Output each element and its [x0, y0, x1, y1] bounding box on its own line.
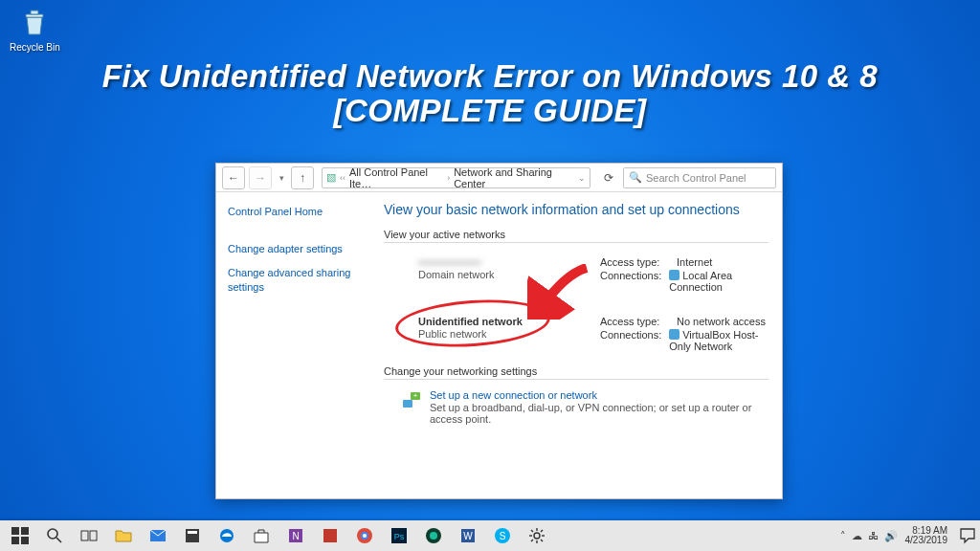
svg-text:N: N	[292, 531, 299, 541]
net2-conn-label: Connections:	[600, 329, 661, 352]
svg-point-30	[534, 533, 540, 539]
store-icon[interactable]	[245, 522, 278, 549]
app-icon-red[interactable]	[314, 522, 346, 549]
clock[interactable]: 8:19 AM 4/23/2019	[905, 526, 952, 546]
clock-date: 4/23/2019	[905, 536, 948, 546]
net2-conn-value[interactable]: VirtualBox Host-Only Network	[669, 329, 768, 352]
net1-access-label: Access type:	[600, 256, 669, 268]
network-1-details: Access type:Internet Connections:Local A…	[600, 256, 768, 295]
file-explorer-icon[interactable]	[107, 522, 140, 549]
svg-rect-5	[21, 527, 29, 535]
system-tray[interactable]: ˄ ☁ 🖧 🔊	[840, 530, 898, 542]
ethernet-icon	[669, 270, 679, 280]
svg-text:S: S	[500, 531, 506, 541]
refresh-button[interactable]: ⟳	[598, 167, 619, 188]
headline: Fix Unidentified Network Error on Window…	[0, 59, 980, 129]
mail-icon[interactable]	[142, 522, 174, 549]
net2-access-label: Access type:	[600, 316, 669, 327]
breadcrumb[interactable]: ▧ ‹‹ All Control Panel Ite… › Network an…	[322, 167, 590, 188]
headline-line2: [COMPLETE GUIDE]	[0, 94, 980, 128]
svg-rect-0	[31, 11, 38, 14]
svg-rect-4	[11, 527, 19, 535]
annotation-arrow-icon	[527, 264, 594, 320]
svg-rect-7	[21, 537, 29, 544]
change-settings-label: Change your networking settings	[384, 365, 768, 377]
start-button[interactable]	[4, 522, 36, 549]
svg-line-38	[531, 540, 533, 541]
chrome-icon[interactable]	[348, 522, 381, 549]
settings-icon[interactable]	[521, 522, 553, 549]
setup-new-connection[interactable]: + Set up a new connection or network Set…	[384, 389, 768, 425]
breadcrumb-seg1[interactable]: All Control Panel Ite…	[349, 167, 443, 188]
onenote-icon[interactable]: N	[279, 522, 312, 549]
svg-line-35	[531, 530, 533, 532]
active-networks-label: View your active networks	[384, 229, 768, 240]
control-panel-window: ← → ▾ ↑ ▧ ‹‹ All Control Panel Ite… › Ne…	[215, 163, 783, 499]
network-setup-icon: +	[401, 389, 422, 410]
photoshop-icon[interactable]: Ps	[383, 522, 415, 549]
network-1: —————— Domain network	[418, 256, 494, 280]
back-button[interactable]: ←	[222, 166, 245, 189]
net1-conn-label: Connections:	[600, 270, 661, 293]
svg-point-8	[48, 529, 57, 539]
word-icon[interactable]: W	[452, 522, 484, 549]
svg-point-21	[363, 534, 367, 538]
net1-conn-value[interactable]: Local Area Connection	[669, 270, 768, 293]
change-adapter-settings-link[interactable]: Change adapter settings	[228, 242, 363, 256]
app-icon-green[interactable]	[417, 522, 450, 549]
svg-line-37	[541, 530, 543, 532]
network-1-type: Domain network	[418, 269, 494, 280]
taskbar: N Ps W S ˄ ☁ 🖧 🔊 8:19 AM 4/23/2019	[0, 520, 980, 551]
network-2-details: Access type:No network access Connection…	[600, 316, 768, 354]
search-icon: 🔍	[629, 171, 642, 184]
divider	[384, 242, 768, 243]
search-button[interactable]	[38, 522, 71, 549]
edge-icon[interactable]	[211, 522, 243, 549]
divider	[384, 379, 768, 380]
svg-rect-11	[90, 531, 97, 540]
breadcrumb-chevron-icon: ›	[447, 173, 450, 183]
breadcrumb-root-icon: ▧	[326, 171, 336, 184]
search-placeholder: Search Control Panel	[646, 172, 746, 184]
content: View your basic network information and …	[374, 192, 782, 498]
svg-rect-14	[188, 531, 197, 534]
search-input[interactable]: 🔍 Search Control Panel	[623, 167, 776, 188]
forward-button[interactable]: →	[249, 166, 272, 189]
up-button[interactable]: ↑	[291, 166, 314, 189]
breadcrumb-seg2[interactable]: Network and Sharing Center	[454, 167, 574, 188]
skype-icon[interactable]: S	[486, 522, 519, 549]
change-advanced-sharing-link[interactable]: Change advanced sharing settings	[228, 266, 363, 295]
tray-network-icon[interactable]: 🖧	[868, 530, 879, 541]
setup-title: Set up a new connection or network	[430, 389, 768, 401]
net2-access-value: No network access	[677, 316, 766, 327]
app-icon-1[interactable]	[176, 522, 209, 549]
svg-text:Ps: Ps	[394, 532, 405, 541]
setup-desc: Set up a broadband, dial-up, or VPN conn…	[430, 402, 768, 425]
window-toolbar: ← → ▾ ↑ ▧ ‹‹ All Control Panel Ite… › Ne…	[216, 164, 782, 192]
tray-chevron-icon[interactable]: ˄	[840, 530, 846, 542]
task-view-button[interactable]	[73, 522, 105, 549]
recycle-bin-label: Recycle Bin	[10, 42, 60, 53]
page-title: View your basic network information and …	[384, 202, 768, 217]
net1-access-value: Internet	[677, 256, 712, 268]
svg-rect-10	[81, 531, 88, 540]
headline-line1: Fix Unidentified Network Error on Window…	[0, 59, 980, 94]
ethernet-icon	[669, 329, 679, 340]
history-dropdown[interactable]: ▾	[276, 173, 287, 183]
recycle-bin-icon	[17, 6, 52, 40]
svg-rect-6	[11, 537, 19, 544]
action-center-icon[interactable]	[959, 527, 976, 544]
svg-line-9	[56, 538, 61, 542]
breadcrumb-dropdown-icon[interactable]: ⌄	[578, 173, 586, 183]
recycle-bin[interactable]: Recycle Bin	[10, 6, 60, 53]
sidebar: Control Panel Home Change adapter settin…	[216, 192, 374, 498]
tray-onedrive-icon[interactable]: ☁	[852, 530, 862, 542]
svg-text:+: +	[413, 391, 418, 400]
svg-text:W: W	[463, 531, 473, 541]
network-1-name-blurred: ——————	[418, 256, 494, 268]
svg-line-36	[541, 540, 543, 541]
control-panel-home-link[interactable]: Control Panel Home	[228, 206, 363, 217]
svg-point-25	[430, 532, 437, 540]
breadcrumb-sep-icon: ‹‹	[340, 173, 345, 183]
tray-volume-icon[interactable]: 🔊	[884, 530, 898, 542]
